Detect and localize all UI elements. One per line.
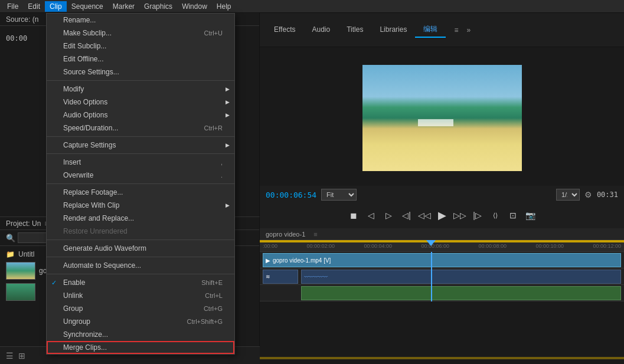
transport-mark-in[interactable]: ◁ <box>365 209 378 222</box>
menu-item-replace-with-clip[interactable]: Replace With Clip <box>47 199 234 212</box>
menu-item-generate-audio-waveform[interactable]: Generate Audio Waveform <box>47 242 234 255</box>
menu-item-group[interactable]: Group Ctrl+G <box>47 302 234 315</box>
clip-thumbnail-1 <box>6 262 35 280</box>
timeline-tab-menu-icon: ≡ <box>313 231 317 238</box>
ruler-mark-0: :00:00 <box>263 243 277 249</box>
transport-step-fwd[interactable]: ▷▷ <box>453 209 466 222</box>
menu-item-overwrite[interactable]: Overwrite . <box>47 169 234 182</box>
menu-item-render-replace-label: Render and Replace... <box>63 214 134 222</box>
timeline-tab-gopro[interactable]: gopro video-1 <box>266 231 305 238</box>
menu-item-render-replace[interactable]: Render and Replace... <box>47 212 234 225</box>
folder-icon: 📁 <box>6 250 15 258</box>
audio-clip-1[interactable]: ≋ <box>263 270 298 284</box>
menu-item-edit-subclip[interactable]: Edit Subclip... <box>47 40 234 53</box>
ruler-mark-6: 00:00:12:00 <box>593 243 621 249</box>
clip-dropdown-menu: Rename... Make Subclip... Ctrl+U Edit Su… <box>46 13 235 355</box>
top-tabs: Effects Audio Titles Libraries 编辑 ≡ » <box>260 13 476 47</box>
menubar-help[interactable]: Help <box>212 1 236 12</box>
list-view-icon[interactable]: ☰ <box>6 351 14 360</box>
timeline-tracks: ▶ gopro video-1.mp4 [V] ≋ 〰〰〰〰〰 <box>260 252 624 301</box>
transport-mark-out[interactable]: ▷ <box>383 209 396 222</box>
menu-item-make-subclip[interactable]: Make Subclip... Ctrl+U <box>47 27 234 40</box>
audio-clip-2[interactable]: 〰〰〰〰〰 <box>301 270 621 284</box>
menu-item-insert[interactable]: Insert , <box>47 156 234 169</box>
video-preview-inner <box>362 65 522 171</box>
transport-camera[interactable]: 📷 <box>524 209 537 222</box>
tab-titles[interactable]: Titles <box>338 23 371 37</box>
menu-item-source-settings[interactable]: Source Settings... <box>47 65 234 78</box>
separator-4 <box>47 183 234 184</box>
grid-view-icon[interactable]: ⊞ <box>18 351 25 360</box>
transport-play[interactable]: ▶ <box>436 209 449 222</box>
menu-item-merge-clips[interactable]: Merge Clips... <box>47 341 234 354</box>
tab-edit[interactable]: 编辑 <box>415 22 446 38</box>
video-preview <box>362 65 522 171</box>
menu-item-video-options[interactable]: Video Options <box>47 96 234 109</box>
separator-6 <box>47 257 234 257</box>
menu-item-capture-settings-label: Capture Settings <box>63 141 116 149</box>
transport-next-frame[interactable]: |▷ <box>471 209 484 222</box>
menu-item-replace-with-clip-label: Replace With Clip <box>63 201 119 209</box>
settings-icon[interactable]: ⚙ <box>584 190 592 199</box>
transport-export-frame[interactable]: ⊡ <box>507 209 520 222</box>
menu-item-replace-footage[interactable]: Replace Footage... <box>47 186 234 199</box>
tab-libraries[interactable]: Libraries <box>371 23 415 37</box>
menu-item-synchronize-label: Synchronize... <box>63 330 108 339</box>
menu-item-modify-label: Modify <box>63 85 84 93</box>
playhead-marker <box>431 252 432 301</box>
menu-item-ungroup-label: Ungroup <box>63 317 90 326</box>
timecode-end: 00:31 <box>597 191 618 199</box>
project-item-label: Untitl <box>18 250 34 258</box>
audio-clip-2-wave: 〰〰〰〰〰 <box>304 274 328 280</box>
fit-select[interactable]: Fit <box>321 189 357 201</box>
tab-audio[interactable]: Audio <box>303 23 338 37</box>
menu-item-rename[interactable]: Rename... <box>47 14 234 27</box>
tab-effects[interactable]: Effects <box>266 23 303 37</box>
transport-step-back[interactable]: ◁◁ <box>418 209 431 222</box>
menu-item-generate-audio-waveform-label: Generate Audio Waveform <box>63 244 146 252</box>
menu-item-merge-clips-label: Merge Clips... <box>63 343 107 352</box>
menu-item-unlink-shortcut: Ctrl+L <box>205 292 223 299</box>
menu-item-rename-label: Rename... <box>63 16 96 24</box>
menubar-sequence[interactable]: Sequence <box>67 1 108 12</box>
menubar-graphics[interactable]: Graphics <box>139 1 177 12</box>
ruler-mark-4: 00:00:08:00 <box>478 243 507 249</box>
menu-item-ungroup-shortcut: Ctrl+Shift+G <box>187 318 223 325</box>
menu-item-ungroup[interactable]: Ungroup Ctrl+Shift+G <box>47 315 234 328</box>
menu-item-replace-footage-label: Replace Footage... <box>63 188 123 196</box>
menu-item-video-options-label: Video Options <box>63 98 107 106</box>
menu-item-speed-duration-shortcut: Ctrl+R <box>204 124 223 132</box>
ruler-mark-2: 00:00:04:00 <box>364 243 392 249</box>
menu-item-make-subclip-label: Make Subclip... <box>63 29 112 37</box>
ruler-marks: :00:00 00:00:02:00 00:00:04:00 00:00:06:… <box>260 243 624 249</box>
ruler-mark-5: 00:00:10:00 <box>535 243 564 249</box>
transport-loop[interactable]: ⟨⟩ <box>489 209 502 222</box>
menubar-edit[interactable]: Edit <box>23 1 45 12</box>
video-clip[interactable]: ▶ gopro video-1.mp4 [V] <box>263 253 621 267</box>
menu-item-synchronize[interactable]: Synchronize... <box>47 328 234 341</box>
ruler-mark-1: 00:00:02:00 <box>306 243 335 249</box>
panel-more-icon[interactable]: » <box>466 26 471 34</box>
menu-item-modify[interactable]: Modify <box>47 83 234 96</box>
transport-prev-frame[interactable]: ◁| <box>400 209 413 222</box>
menu-item-edit-offline-label: Edit Offline... <box>63 55 103 63</box>
menubar-clip[interactable]: Clip <box>45 1 67 12</box>
menu-item-automate-sequence[interactable]: Automate to Sequence... <box>47 259 234 272</box>
menu-item-speed-duration[interactable]: Speed/Duration... Ctrl+R <box>47 122 234 135</box>
menubar-file[interactable]: File <box>2 1 23 12</box>
menu-item-capture-settings[interactable]: Capture Settings <box>47 139 234 152</box>
audio-clip-3[interactable] <box>301 286 621 300</box>
transport-stop[interactable]: ◼ <box>347 209 360 222</box>
menu-item-audio-options[interactable]: Audio Options <box>47 109 234 122</box>
zoom-select[interactable]: 1/2 <box>556 189 580 201</box>
menu-item-unlink[interactable]: Unlink Ctrl+L <box>47 289 234 302</box>
menubar-marker[interactable]: Marker <box>108 1 139 12</box>
menu-item-enable[interactable]: ✓ Enable Shift+E <box>47 276 234 289</box>
menu-item-edit-offline[interactable]: Edit Offline... <box>47 53 234 65</box>
panel-menu-icon[interactable]: ≡ <box>449 24 463 37</box>
separator-7 <box>47 274 234 274</box>
menu-item-edit-subclip-label: Edit Subclip... <box>63 42 106 50</box>
menu-item-restore-unrendered[interactable]: Restore Unrendered <box>47 225 234 238</box>
menubar-window[interactable]: Window <box>177 1 212 12</box>
menu-item-source-settings-label: Source Settings... <box>63 68 119 76</box>
